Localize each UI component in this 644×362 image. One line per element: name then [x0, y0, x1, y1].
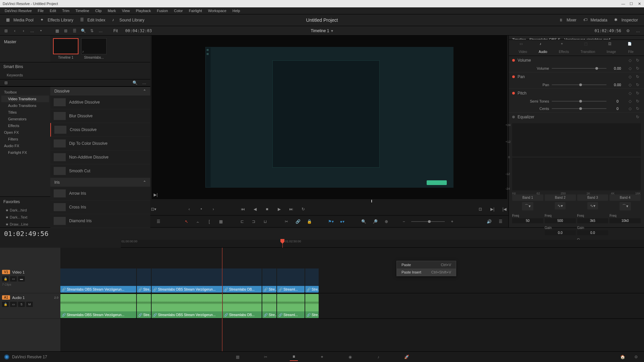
zoom-detail-btn[interactable]: 🔎: [371, 218, 379, 226]
viewer-options[interactable]: ⊡▾: [150, 206, 157, 213]
keyframe-icon[interactable]: ◇: [629, 91, 633, 96]
metadata-button[interactable]: 🏷Metadata: [580, 16, 611, 24]
zoom-in-btn[interactable]: +: [448, 218, 456, 226]
volume-section[interactable]: Volume◇↻: [509, 56, 644, 65]
menu-color[interactable]: Color: [171, 8, 185, 13]
freq-val-3[interactable]: 3k5: [577, 218, 608, 223]
zoom-out-btn[interactable]: −: [400, 218, 408, 226]
band3-curve[interactable]: ∿▾: [587, 202, 598, 209]
lock-btn[interactable]: 🔒: [2, 302, 9, 307]
media-item-clip[interactable]: ♪ Streamlabs...: [81, 38, 107, 59]
meter-btn[interactable]: ☰: [496, 218, 504, 226]
page-fairlight[interactable]: ♪: [374, 353, 382, 361]
keyframe-icon[interactable]: ◇: [629, 66, 633, 71]
audio-clip[interactable]: 🔗Stre...: [137, 294, 151, 318]
page-fusion[interactable]: ✦: [318, 353, 326, 361]
zoom-slider[interactable]: [411, 221, 445, 222]
tree-effects[interactable]: Effects: [1, 122, 49, 129]
tree-video-transitions[interactable]: Video Transitions: [1, 96, 49, 102]
page-media[interactable]: ▦: [233, 353, 241, 361]
nav-prev[interactable]: ‹: [11, 27, 18, 34]
fav-item[interactable]: ★ Dark...hird: [0, 207, 50, 214]
menu-edit[interactable]: Edit: [47, 8, 59, 13]
dissolve-header[interactable]: Dissolve⌃: [50, 87, 150, 96]
loop-btn[interactable]: ↻: [299, 205, 307, 213]
audio-clip[interactable]: 🔗Streamlabs OBS Stream Verzögerun...: [60, 294, 136, 318]
mixer-button[interactable]: ⫼Mixer: [556, 16, 580, 24]
menu-clip[interactable]: Clip: [93, 8, 104, 13]
enabled-dot[interactable]: [512, 116, 515, 118]
reset-icon[interactable]: ↻: [636, 106, 641, 111]
maximize-button[interactable]: ☐: [629, 2, 633, 6]
page-edit[interactable]: ≡: [290, 353, 298, 361]
more2-btn[interactable]: …: [97, 27, 104, 34]
tree-openfx[interactable]: Open FX: [1, 129, 49, 136]
smart-bin-keywords[interactable]: Keywords: [0, 71, 150, 79]
reset-icon[interactable]: ↻: [636, 99, 641, 104]
home-btn[interactable]: 🏠: [619, 353, 627, 361]
lock-btn[interactable]: 🔒: [305, 218, 313, 226]
sound-library-button[interactable]: ♪Sound Library: [109, 16, 148, 24]
cents-slider[interactable]: [552, 108, 606, 109]
blade-tool[interactable]: [: [205, 218, 213, 226]
next-edit-btn[interactable]: ›: [209, 205, 217, 213]
audio-lane[interactable]: 🔗Streamlabs OBS Stream Verzögerun...🔗Str…: [60, 293, 644, 319]
prev-frame-btn[interactable]: ◀: [251, 205, 259, 213]
fav-item[interactable]: ★ Dark...Text: [0, 214, 50, 221]
solo-btn[interactable]: S: [18, 302, 25, 307]
insert-clip-btn[interactable]: ⊏: [238, 218, 246, 226]
tree-toolbox[interactable]: Toolbox: [1, 89, 49, 96]
effect-blur-dissolve[interactable]: Blur Dissolve: [50, 109, 150, 123]
tab-file[interactable]: 📄File: [628, 42, 634, 54]
reset-icon[interactable]: ↻: [636, 74, 641, 79]
effect-cross-iris[interactable]: Cross Iris: [50, 200, 150, 214]
audio-toggle-btn[interactable]: 🔊: [485, 218, 493, 226]
effect-diamond-iris[interactable]: Diamond Iris: [50, 214, 150, 228]
view-grid[interactable]: ▦: [54, 27, 60, 34]
ctx-paste[interactable]: PasteCtrl+V: [397, 261, 456, 268]
effects-library-button[interactable]: ✦Effects Library: [37, 16, 76, 24]
fav-item[interactable]: ★ Draw...Line: [0, 221, 50, 228]
zoom-custom-btn[interactable]: ⊕: [382, 218, 390, 226]
sort-btn[interactable]: ⇅: [89, 27, 95, 34]
options-btn[interactable]: ⚙: [625, 27, 631, 34]
insert-tool[interactable]: ▦: [217, 218, 225, 226]
jump-prev-btn[interactable]: |◀: [500, 205, 508, 213]
effect-additive-dissolve[interactable]: Additive Dissolve: [50, 96, 150, 109]
layout-btn[interactable]: ⊞: [3, 27, 9, 34]
effect-smooth-cut[interactable]: Smooth Cut: [50, 164, 150, 178]
tree-fairlightfx[interactable]: Fairlight FX: [1, 149, 49, 156]
tab-effects[interactable]: ✦Effects: [559, 42, 569, 54]
overwrite-clip-btn[interactable]: ⊐: [250, 218, 258, 226]
keyframe-icon[interactable]: ◇: [629, 74, 633, 79]
dot-btn[interactable]: •: [197, 205, 205, 213]
video-clip[interactable]: 🔗Streamlabs OBS Stream Verzögerun...: [152, 268, 222, 293]
semi-value[interactable]: 0: [609, 99, 626, 103]
reset-icon[interactable]: ↻: [636, 66, 641, 71]
volume-value[interactable]: 0.00: [609, 66, 626, 70]
menu-fairlight[interactable]: Fairlight: [186, 8, 205, 13]
viewer-display[interactable]: ▶|: [152, 36, 507, 199]
tree-titles[interactable]: Titles: [1, 109, 49, 116]
zoom-fit-btn[interactable]: 🔍: [360, 218, 368, 226]
menu-trim[interactable]: Trim: [59, 8, 72, 13]
view-thumb[interactable]: ⊞: [62, 27, 69, 34]
timeline-name[interactable]: Timeline 1: [311, 28, 329, 33]
replace-clip-btn[interactable]: ⊔: [261, 218, 269, 226]
viewer-scrubber[interactable]: [154, 200, 504, 202]
more3-btn[interactable]: …: [635, 27, 641, 34]
link-btn[interactable]: 🔗: [294, 218, 302, 226]
video-clip[interactable]: 🔗Stre...: [137, 268, 151, 293]
media-item-timeline[interactable]: Timeline 1: [53, 38, 78, 59]
pan-value[interactable]: 0.00: [609, 83, 626, 87]
timeline-ruler[interactable]: 01:00:00:00 01:02:50:00: [121, 240, 644, 248]
tab-transition[interactable]: ⬚Transition: [581, 42, 595, 54]
tree-generators[interactable]: Generators: [1, 116, 49, 122]
band2-btn[interactable]: Band 2: [545, 194, 576, 201]
dot-btn[interactable]: •: [38, 27, 44, 34]
first-frame-btn[interactable]: ⏮: [239, 205, 247, 213]
chevron-down-icon[interactable]: ▾: [331, 28, 333, 33]
iris-header[interactable]: Iris⌃: [50, 178, 150, 187]
video-track-header[interactable]: V1Video 1 🔒▭▬ 7 Clips: [0, 268, 60, 293]
timeline-lanes[interactable]: 🔗Streamlabs OBS Stream Verzögerun...🔗Str…: [60, 248, 644, 355]
